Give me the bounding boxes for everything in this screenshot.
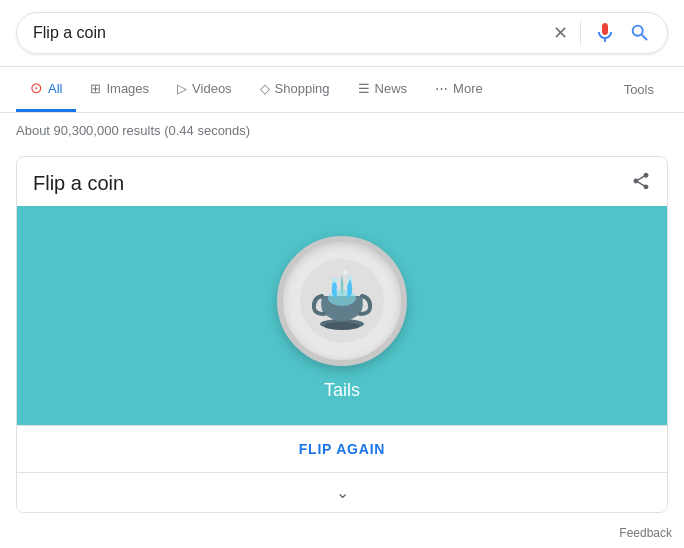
flip-again-container: FLIP AGAIN <box>17 425 667 472</box>
tab-more[interactable]: ⋯ More <box>421 69 497 111</box>
coin-circle <box>277 236 407 366</box>
tab-images[interactable]: ⊞ Images <box>76 69 163 111</box>
tab-news[interactable]: ☰ News <box>344 69 422 111</box>
tab-videos[interactable]: ▷ Videos <box>163 69 246 111</box>
tab-all[interactable]: ⊙ All <box>16 67 76 112</box>
results-count: About 90,300,000 results (0.44 seconds) <box>0 113 684 148</box>
coin-image <box>297 256 387 346</box>
coin-result: Tails <box>324 380 360 401</box>
coin-card-header: Flip a coin <box>17 157 667 206</box>
tab-images-label: Images <box>106 81 149 96</box>
images-tab-icon: ⊞ <box>90 81 101 96</box>
divider <box>580 21 581 45</box>
search-input[interactable] <box>33 24 553 42</box>
expand-container[interactable]: ⌄ <box>17 472 667 512</box>
flip-again-button[interactable]: FLIP AGAIN <box>299 441 386 457</box>
share-icon[interactable] <box>631 171 651 196</box>
svg-point-7 <box>343 270 347 274</box>
all-tab-icon: ⊙ <box>30 79 43 97</box>
clear-icon[interactable]: ✕ <box>553 22 568 44</box>
search-bar-container: ✕ <box>0 0 684 67</box>
more-tab-icon: ⋯ <box>435 81 448 96</box>
tab-videos-label: Videos <box>192 81 232 96</box>
chevron-down-icon: ⌄ <box>336 484 349 501</box>
voice-icon[interactable] <box>593 21 617 45</box>
tab-shopping-label: Shopping <box>275 81 330 96</box>
nav-tabs: ⊙ All ⊞ Images ▷ Videos ◇ Shopping ☰ New… <box>0 67 684 113</box>
tab-news-label: News <box>375 81 408 96</box>
coin-card-title: Flip a coin <box>33 172 124 195</box>
search-bar-icons: ✕ <box>553 21 651 45</box>
feedback-link[interactable]: Feedback <box>619 526 672 540</box>
videos-tab-icon: ▷ <box>177 81 187 96</box>
search-bar: ✕ <box>16 12 668 54</box>
tab-more-label: More <box>453 81 483 96</box>
coin-display-area: Tails <box>17 206 667 425</box>
search-icon[interactable] <box>629 22 651 44</box>
svg-point-3 <box>324 322 360 330</box>
shopping-tab-icon: ◇ <box>260 81 270 96</box>
coin-flip-card: Flip a coin <box>16 156 668 513</box>
news-tab-icon: ☰ <box>358 81 370 96</box>
tab-tools[interactable]: Tools <box>610 70 668 109</box>
tab-shopping[interactable]: ◇ Shopping <box>246 69 344 111</box>
tab-all-label: All <box>48 81 62 96</box>
